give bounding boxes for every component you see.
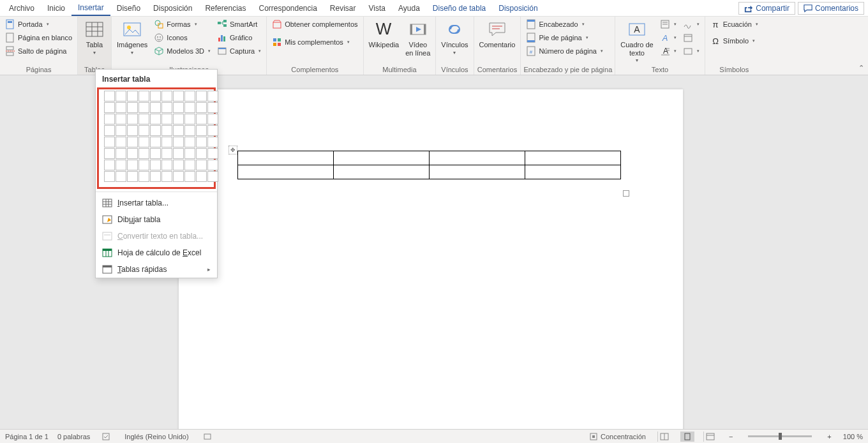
table-grid-cell[interactable] xyxy=(207,102,218,113)
table-move-handle[interactable]: ✥ xyxy=(228,146,237,154)
table-grid-cell[interactable] xyxy=(127,171,138,182)
quickparts-button[interactable]: ▾ xyxy=(657,18,679,31)
table-grid-cell[interactable] xyxy=(104,160,115,170)
tab-vista[interactable]: Vista xyxy=(363,1,392,15)
tab-disposicion-tabla[interactable]: Disposición xyxy=(492,1,544,15)
comentario-button[interactable]: Comentario xyxy=(477,18,518,50)
table-grid-cell[interactable] xyxy=(127,91,138,101)
table-grid-cell[interactable] xyxy=(150,171,161,182)
table-grid-cell[interactable] xyxy=(127,102,138,113)
page-break-button[interactable]: Salto de página xyxy=(3,45,75,57)
grafico-button[interactable]: Gráfico xyxy=(214,31,264,44)
table-grid-cell[interactable] xyxy=(173,102,184,113)
comments-button[interactable]: Comentarios xyxy=(798,2,864,15)
zoom-out-button[interactable]: − xyxy=(726,433,735,440)
table-grid-cell[interactable] xyxy=(116,114,126,124)
captura-button[interactable]: Captura▾ xyxy=(214,45,264,57)
table-grid-cell[interactable] xyxy=(207,125,218,136)
document-page[interactable] xyxy=(179,89,683,429)
table-grid-cell[interactable] xyxy=(207,91,218,101)
table-grid-cell[interactable] xyxy=(150,102,161,113)
table-grid-cell[interactable] xyxy=(184,148,195,159)
table-grid-cell[interactable] xyxy=(104,125,115,136)
table-grid-cell[interactable] xyxy=(127,125,138,136)
tab-diseno[interactable]: Diseño xyxy=(110,1,147,15)
video-button[interactable]: Vídeo en línea xyxy=(403,18,433,58)
table-grid-cell[interactable] xyxy=(207,114,218,124)
excel-tabla-item[interactable]: Hoja de cálculo de Excel xyxy=(96,244,217,261)
table-grid-cell[interactable] xyxy=(196,125,207,136)
tablas-rapidas-item[interactable]: Tablas rápidas▸ xyxy=(96,261,217,278)
tab-revisar[interactable]: Revisar xyxy=(324,1,363,15)
table-grid-cell[interactable] xyxy=(184,114,195,124)
table-grid-cell[interactable] xyxy=(116,160,126,170)
table-grid-cell[interactable] xyxy=(138,160,149,170)
cuadro-texto-button[interactable]: A Cuadro de texto ▾ xyxy=(618,18,655,64)
insertar-tabla-item[interactable]: Insertar tabla... xyxy=(96,195,217,211)
obtener-complementos-button[interactable]: Obtener complementos xyxy=(269,18,360,31)
macros-button[interactable] xyxy=(200,432,214,441)
table-grid-cell[interactable] xyxy=(173,125,184,136)
table-grid-cell[interactable] xyxy=(116,125,126,136)
table-grid-cell[interactable] xyxy=(138,171,149,182)
portada-button[interactable]: Portada▾ xyxy=(3,18,75,31)
table-grid-cell[interactable] xyxy=(150,148,161,159)
zoom-level[interactable]: 100 % xyxy=(843,433,863,440)
table-grid-cell[interactable] xyxy=(184,125,195,136)
table-grid-cell[interactable] xyxy=(138,137,149,147)
table-grid-cell[interactable] xyxy=(150,160,161,170)
table-grid-cell[interactable] xyxy=(150,91,161,101)
table-grid-cell[interactable] xyxy=(207,160,218,170)
encabezado-button[interactable]: Encabezado▾ xyxy=(523,18,606,31)
table-grid-cell[interactable] xyxy=(184,171,195,182)
table-grid-cell[interactable] xyxy=(207,148,218,159)
table-grid-cell[interactable] xyxy=(104,91,115,101)
table-grid-cell[interactable] xyxy=(116,91,126,101)
table-grid-cell[interactable] xyxy=(207,171,218,182)
simbolo-button[interactable]: ΩSímbolo▾ xyxy=(708,34,761,47)
table-grid-cell[interactable] xyxy=(104,102,115,113)
datetime-button[interactable] xyxy=(680,31,702,44)
table-grid-cell[interactable] xyxy=(104,171,115,182)
smartart-button[interactable]: SmartArt xyxy=(214,18,264,31)
pie-button[interactable]: Pie de página▾ xyxy=(523,31,606,44)
table-grid-cell[interactable] xyxy=(196,102,207,113)
table-grid-cell[interactable] xyxy=(127,160,138,170)
tab-referencias[interactable]: Referencias xyxy=(198,1,252,15)
tab-ayuda[interactable]: Ayuda xyxy=(392,1,426,15)
signature-button[interactable]: ▾ xyxy=(680,18,702,31)
table-size-grid[interactable] xyxy=(104,91,209,182)
modelos3d-button[interactable]: Modelos 3D▾ xyxy=(151,45,213,57)
table-grid-cell[interactable] xyxy=(173,137,184,147)
table-grid-cell[interactable] xyxy=(161,91,172,101)
table-grid-cell[interactable] xyxy=(104,137,115,147)
table-grid-cell[interactable] xyxy=(173,114,184,124)
dibujar-tabla-item[interactable]: Dibujar tabla xyxy=(96,211,217,228)
spellcheck-button[interactable] xyxy=(99,432,113,441)
table-grid-cell[interactable] xyxy=(127,148,138,159)
word-count[interactable]: 0 palabras xyxy=(57,433,90,440)
blank-page-button[interactable]: Página en blanco xyxy=(3,31,75,44)
tab-disposicion[interactable]: Disposición xyxy=(147,1,198,15)
formas-button[interactable]: Formas▾ xyxy=(151,18,213,31)
tab-inicio[interactable]: Inicio xyxy=(41,1,71,15)
tab-archivo[interactable]: Archivo xyxy=(3,1,41,15)
table-grid-cell[interactable] xyxy=(184,137,195,147)
web-layout-button[interactable] xyxy=(703,432,717,442)
dropcap-button[interactable]: A▾ xyxy=(657,45,679,57)
tab-insertar[interactable]: Insertar xyxy=(71,1,110,16)
table-grid-cell[interactable] xyxy=(196,114,207,124)
tab-correspondencia[interactable]: Correspondencia xyxy=(252,1,323,15)
iconos-button[interactable]: Iconos xyxy=(151,31,213,44)
tab-diseno-tabla[interactable]: Diseño de tabla xyxy=(426,1,492,15)
table-grid-cell[interactable] xyxy=(138,91,149,101)
page-indicator[interactable]: Página 1 de 1 xyxy=(5,433,49,440)
table-grid-cell[interactable] xyxy=(196,160,207,170)
collapse-ribbon-button[interactable]: ⌃ xyxy=(858,64,864,72)
table-grid-cell[interactable] xyxy=(116,171,126,182)
table-grid-cell[interactable] xyxy=(138,102,149,113)
table-grid-cell[interactable] xyxy=(161,125,172,136)
table-grid-cell[interactable] xyxy=(207,137,218,147)
table-grid-cell[interactable] xyxy=(138,125,149,136)
table-resize-handle[interactable] xyxy=(623,190,629,197)
